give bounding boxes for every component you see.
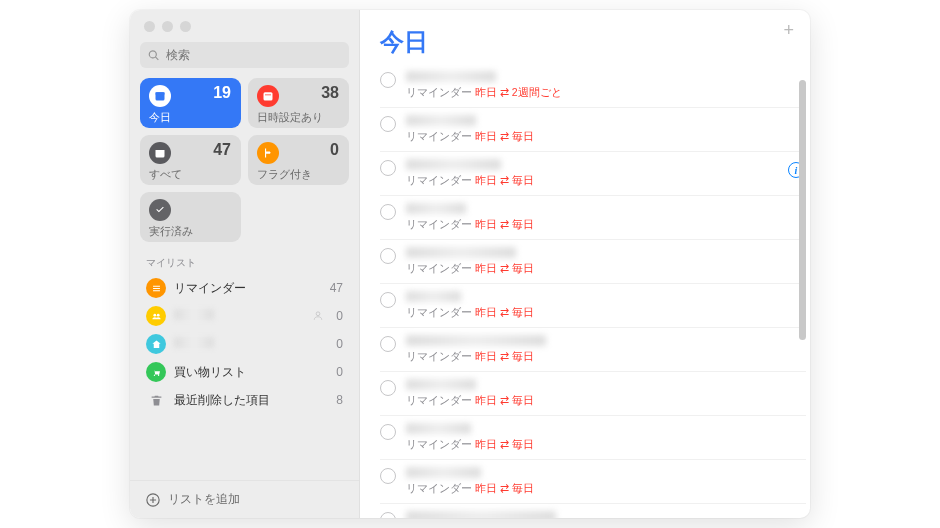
- reminder-title: [406, 511, 788, 518]
- card-all[interactable]: 47 すべて: [140, 135, 241, 185]
- list-item[interactable]: 0: [140, 330, 349, 358]
- reminder-meta: リマインダー 昨日 ⇄ 毎日: [406, 350, 788, 364]
- reminder-title: [406, 159, 788, 173]
- reminder-title: [406, 71, 788, 85]
- close-window-button[interactable]: [144, 21, 155, 32]
- smart-list-cards: 19 今日 38 日時設定あり 47 すべて: [130, 78, 359, 242]
- complete-radio[interactable]: [380, 512, 396, 518]
- reminder-meta: リマインダー 昨日 ⇄ 毎日: [406, 482, 788, 496]
- titlebar: [130, 10, 359, 42]
- reminders-list[interactable]: リマインダー 昨日 ⇄ 2週間ごとリマインダー 昨日 ⇄ 毎日リマインダー 昨日…: [360, 64, 810, 518]
- reminder-title: [406, 203, 788, 217]
- svg-point-6: [316, 312, 320, 316]
- reminder-meta: リマインダー 昨日 ⇄ 毎日: [406, 218, 788, 232]
- reminder-title: [406, 335, 788, 349]
- list-count: 47: [330, 281, 343, 295]
- card-scheduled-label: 日時設定あり: [257, 110, 340, 125]
- complete-radio[interactable]: [380, 336, 396, 352]
- reminder-row[interactable]: リマインダー 昨日 ⇄ 毎日: [380, 240, 806, 284]
- plus-circle-icon: [146, 493, 160, 507]
- reminder-meta: リマインダー 昨日 ⇄ 毎日: [406, 130, 788, 144]
- complete-radio[interactable]: [380, 380, 396, 396]
- list-icon: [146, 278, 166, 298]
- svg-rect-3: [265, 95, 271, 96]
- add-list-label: リストを追加: [168, 491, 240, 508]
- reminder-meta: リマインダー 昨日 ⇄ 毎日: [406, 438, 788, 452]
- reminder-row[interactable]: リマインダー 昨日 ⇄ 毎日: [380, 284, 806, 328]
- reminder-meta: リマインダー 昨日 ⇄ 毎日: [406, 174, 788, 188]
- search-field[interactable]: [140, 42, 349, 68]
- minimize-window-button[interactable]: [162, 21, 173, 32]
- card-today[interactable]: 19 今日: [140, 78, 241, 128]
- reminder-row[interactable]: リマインダー 昨日 ⇄ 毎日: [380, 196, 806, 240]
- zoom-window-button[interactable]: [180, 21, 191, 32]
- add-list-button[interactable]: リストを追加: [130, 480, 359, 518]
- list-item[interactable]: 0: [140, 302, 349, 330]
- complete-radio[interactable]: [380, 116, 396, 132]
- card-today-count: 19: [213, 84, 231, 102]
- card-all-count: 47: [213, 141, 231, 159]
- svg-rect-2: [264, 92, 273, 100]
- reminder-title: [406, 379, 788, 393]
- reminder-meta: リマインダー 昨日 ⇄ 毎日: [406, 394, 788, 408]
- card-flagged-count: 0: [330, 141, 339, 159]
- calendar-icon: [257, 85, 279, 107]
- reminder-row[interactable]: リマインダー 昨日 ⇄ 毎日: [380, 504, 806, 518]
- reminder-row[interactable]: リマインダー 昨日 ⇄ 毎日i: [380, 152, 806, 196]
- reminder-row[interactable]: リマインダー 昨日 ⇄ 毎日: [380, 372, 806, 416]
- reminder-title: [406, 115, 788, 129]
- card-scheduled-count: 38: [321, 84, 339, 102]
- reminder-title: [406, 467, 788, 481]
- page-title: 今日: [380, 26, 428, 58]
- complete-radio[interactable]: [380, 72, 396, 88]
- tray-icon: [149, 142, 171, 164]
- list-count: 0: [336, 365, 343, 379]
- list-name: リマインダー: [174, 280, 322, 297]
- svg-point-4: [153, 313, 156, 316]
- reminder-meta: リマインダー 昨日 ⇄ 2週間ごと: [406, 86, 788, 100]
- list-name: [174, 309, 304, 323]
- calendar-today-icon: [149, 85, 171, 107]
- card-scheduled[interactable]: 38 日時設定あり: [248, 78, 349, 128]
- mylists-header: マイリスト: [130, 242, 359, 274]
- reminder-row[interactable]: リマインダー 昨日 ⇄ 毎日: [380, 108, 806, 152]
- reminder-row[interactable]: リマインダー 昨日 ⇄ 2週間ごと: [380, 64, 806, 108]
- card-flagged[interactable]: 0 フラグ付き: [248, 135, 349, 185]
- reminder-title: [406, 423, 788, 437]
- recently-deleted-label: 最近削除した項目: [174, 392, 328, 409]
- list-item[interactable]: 買い物リスト0: [140, 358, 349, 386]
- list-count: 0: [336, 337, 343, 351]
- checkmark-icon: [149, 199, 171, 221]
- complete-radio[interactable]: [380, 160, 396, 176]
- main-panel: + 今日 リマインダー 昨日 ⇄ 2週間ごとリマインダー 昨日 ⇄ 毎日リマイン…: [360, 10, 810, 518]
- reminder-row[interactable]: リマインダー 昨日 ⇄ 毎日: [380, 416, 806, 460]
- reminder-row[interactable]: リマインダー 昨日 ⇄ 毎日: [380, 328, 806, 372]
- list-count: 0: [336, 309, 343, 323]
- add-reminder-button[interactable]: +: [783, 20, 794, 41]
- shared-icon: [312, 310, 324, 322]
- card-flagged-label: フラグ付き: [257, 167, 340, 182]
- scrollbar[interactable]: [799, 80, 806, 504]
- reminder-row[interactable]: リマインダー 昨日 ⇄ 毎日: [380, 460, 806, 504]
- complete-radio[interactable]: [380, 468, 396, 484]
- svg-point-5: [156, 313, 159, 316]
- complete-radio[interactable]: [380, 292, 396, 308]
- list-name: 買い物リスト: [174, 364, 328, 381]
- complete-radio[interactable]: [380, 424, 396, 440]
- scrollbar-thumb[interactable]: [799, 80, 806, 340]
- complete-radio[interactable]: [380, 248, 396, 264]
- reminder-title: [406, 291, 788, 305]
- search-input[interactable]: [166, 48, 341, 62]
- recently-deleted-count: 8: [336, 393, 343, 407]
- search-icon: [148, 49, 160, 62]
- trash-icon: [146, 390, 166, 410]
- recently-deleted[interactable]: 最近削除した項目 8: [140, 386, 349, 414]
- list-icon: [146, 334, 166, 354]
- mylists: リマインダー4700買い物リスト0: [130, 274, 359, 386]
- card-completed-label: 実行済み: [149, 224, 232, 239]
- reminders-window: 19 今日 38 日時設定あり 47 すべて: [130, 10, 810, 518]
- card-completed[interactable]: 実行済み: [140, 192, 241, 242]
- list-item[interactable]: リマインダー47: [140, 274, 349, 302]
- complete-radio[interactable]: [380, 204, 396, 220]
- reminder-meta: リマインダー 昨日 ⇄ 毎日: [406, 306, 788, 320]
